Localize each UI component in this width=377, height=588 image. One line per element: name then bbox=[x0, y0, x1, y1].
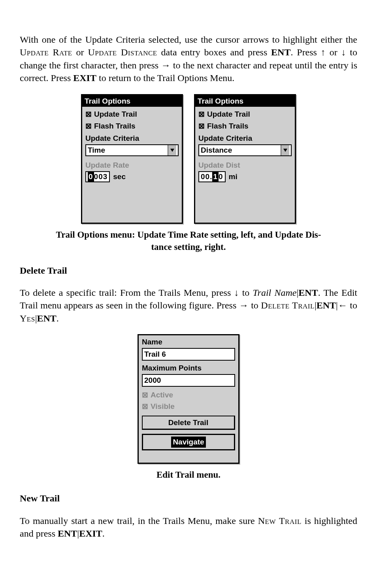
delete-trail-button[interactable]: Delete Trail bbox=[142, 416, 235, 430]
dt-name: Trail Name bbox=[253, 287, 297, 298]
checked-box-icon: ⊠ bbox=[142, 401, 148, 412]
nt-nt: New Trail bbox=[258, 516, 302, 526]
window-title-right: Trail Options bbox=[195, 95, 295, 107]
max-points-value: 2000 bbox=[144, 375, 161, 386]
flash-trails-checkbox[interactable]: ⊠ Flash Trails bbox=[198, 121, 292, 131]
rate-rest: 003 bbox=[94, 172, 108, 182]
new-trail-paragraph: To manually start a new trail, in the Tr… bbox=[20, 514, 357, 540]
p1-s2: data entry boxes and press bbox=[157, 47, 271, 57]
active-checkbox[interactable]: ⊠ Active bbox=[142, 390, 235, 400]
caption-1b: tance setting, right. bbox=[151, 242, 226, 252]
max-points-input[interactable]: 2000 bbox=[142, 374, 235, 387]
max-points-label: Maximum Points bbox=[142, 363, 235, 373]
trail-options-window-left: Trail Options ⊠ Update Trail ⊠ Flash Tra… bbox=[81, 94, 183, 224]
nt-dot: . bbox=[102, 528, 105, 539]
dropdown-arrow-icon bbox=[281, 145, 289, 155]
checked-box-icon: ⊠ bbox=[85, 121, 92, 131]
update-rate-label: Update Rate bbox=[85, 160, 179, 170]
update-rate-input[interactable]: 0003 bbox=[85, 171, 110, 182]
criteria-value-right: Distance bbox=[201, 145, 281, 155]
dist-unit-mi: mi bbox=[229, 172, 238, 182]
figure-2-caption: Edit Trail menu. bbox=[20, 469, 357, 481]
update-criteria-label: Update Criteria bbox=[85, 133, 179, 144]
dt-del: Delete Trail bbox=[261, 300, 315, 310]
checked-box-icon: ⊠ bbox=[142, 390, 148, 400]
update-dist-label: Update Dist bbox=[198, 160, 292, 170]
p1-ent1: ENT bbox=[271, 47, 290, 57]
rate-unit-sec: sec bbox=[113, 172, 126, 182]
new-trail-heading: New Trail bbox=[20, 492, 357, 505]
visible-label: Visible bbox=[151, 401, 175, 412]
flash-trails-label: Flash Trails bbox=[207, 121, 249, 131]
checked-box-icon: ⊠ bbox=[85, 109, 92, 119]
checked-box-icon: ⊠ bbox=[198, 109, 205, 119]
nt-ent: ENT bbox=[58, 528, 77, 539]
p1-text: With one of the Update Criteria selected… bbox=[20, 34, 357, 45]
name-label: Name bbox=[142, 337, 235, 347]
p1-rate: Update Rate bbox=[20, 47, 72, 57]
dt-p1a: To delete a specific trail: From the Tra… bbox=[20, 287, 253, 298]
dt-ent2: ENT bbox=[317, 300, 336, 310]
update-criteria-label: Update Criteria bbox=[198, 133, 292, 144]
edit-trail-window: Name Trail 6 Maximum Points 2000 ⊠ Activ… bbox=[138, 334, 239, 464]
navigate-button[interactable]: Navigate bbox=[142, 434, 235, 450]
update-trail-label: Update Trail bbox=[207, 109, 250, 119]
figure-1-caption: Trail Options menu: Update Time Rate set… bbox=[20, 229, 357, 253]
rate-char-highlight: 0 bbox=[88, 172, 94, 182]
criteria-value-left: Time bbox=[88, 145, 168, 155]
visible-checkbox[interactable]: ⊠ Visible bbox=[142, 401, 235, 412]
delete-trail-heading: Delete Trail bbox=[20, 264, 357, 277]
dt-dot: . bbox=[57, 313, 59, 323]
flash-trails-label: Flash Trails bbox=[94, 121, 136, 131]
delete-trail-button-label: Delete Trail bbox=[168, 418, 208, 427]
update-criteria-select[interactable]: Time bbox=[85, 144, 179, 156]
window-title-left: Trail Options bbox=[82, 95, 182, 107]
dropdown-arrow-icon bbox=[168, 145, 176, 155]
flash-trails-checkbox[interactable]: ⊠ Flash Trails bbox=[85, 121, 179, 131]
name-input[interactable]: Trail 6 bbox=[142, 348, 235, 361]
dt-ent: ENT bbox=[298, 287, 318, 298]
p1-or: or bbox=[72, 47, 88, 57]
p1-dist: Update Distance bbox=[88, 47, 157, 57]
dt-arr: ← to bbox=[338, 300, 357, 310]
trail-options-window-right: Trail Options ⊠ Update Trail ⊠ Flash Tra… bbox=[194, 94, 296, 224]
p1-exit: EXIT bbox=[73, 73, 96, 83]
dist-post: 0 bbox=[219, 172, 223, 182]
active-label: Active bbox=[151, 390, 173, 400]
figure-row-2: Name Trail 6 Maximum Points 2000 ⊠ Activ… bbox=[20, 334, 357, 464]
delete-trail-paragraph: To delete a specific trail: From the Tra… bbox=[20, 286, 357, 325]
checked-box-icon: ⊠ bbox=[198, 121, 205, 131]
name-value: Trail 6 bbox=[144, 349, 166, 359]
dist-pre: 00. bbox=[201, 172, 212, 182]
update-trail-checkbox[interactable]: ⊠ Update Trail bbox=[85, 109, 179, 119]
dt-yes: Yes bbox=[20, 313, 35, 323]
svg-marker-1 bbox=[283, 149, 287, 152]
update-dist-input[interactable]: 00.10 bbox=[198, 171, 226, 182]
update-trail-label: Update Trail bbox=[94, 109, 137, 119]
update-trail-checkbox[interactable]: ⊠ Update Trail bbox=[198, 109, 292, 119]
caption-1a: Trail Options menu: Update Time Rate set… bbox=[56, 230, 321, 240]
dt-ent3: ENT bbox=[37, 313, 56, 323]
intro-paragraph: With one of the Update Criteria selected… bbox=[20, 33, 357, 85]
nt-exit: EXIT bbox=[79, 528, 102, 539]
p1-s4: to return to the Trail Options Menu. bbox=[96, 73, 234, 83]
nt-p1a: To manually start a new trail, in the Tr… bbox=[20, 516, 258, 526]
update-criteria-select[interactable]: Distance bbox=[198, 144, 292, 156]
svg-marker-0 bbox=[170, 149, 174, 152]
figure-row-1: Trail Options ⊠ Update Trail ⊠ Flash Tra… bbox=[20, 94, 357, 224]
navigate-button-label: Navigate bbox=[171, 437, 205, 448]
dist-char-highlight: 1 bbox=[212, 172, 219, 182]
